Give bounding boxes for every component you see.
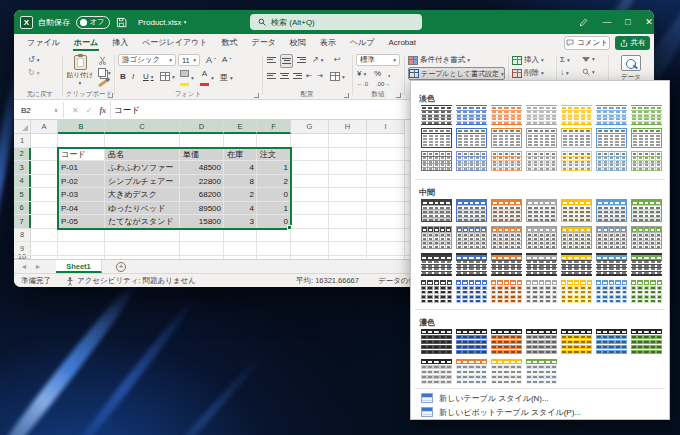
add-sheet-icon[interactable]: + [116,262,126,272]
column-header-H[interactable]: H [329,120,367,134]
cell-B7[interactable]: P-05 [58,215,105,229]
share-button[interactable]: 共有 [615,36,650,50]
table-style-thumbnail[interactable] [491,151,522,171]
prev-sheet-icon[interactable]: ◂ [22,260,26,274]
table-style-thumbnail[interactable] [421,128,452,148]
underline-button[interactable]: U▾ [143,72,154,81]
table-style-thumbnail[interactable] [456,151,487,171]
number-dialog-launcher[interactable] [396,93,401,98]
align-center-icon[interactable] [280,72,289,80]
row-header-3[interactable]: 3 [14,161,31,175]
table-style-thumbnail[interactable] [421,253,452,276]
tab-home[interactable]: ホーム [67,34,105,52]
table-style-thumbnail[interactable] [596,280,627,303]
cell-C4[interactable]: シンプルチェアー [105,175,180,189]
tab-data[interactable]: データ [244,34,282,52]
cell-D3[interactable]: 48500 [180,161,224,175]
cell-B6[interactable]: P-04 [58,202,105,216]
table-style-thumbnail[interactable] [456,105,487,125]
analyze-data-button[interactable]: データ [614,55,648,82]
table-style-thumbnail[interactable] [526,151,557,171]
formula-input[interactable]: コード [114,102,140,118]
tab-view[interactable]: 表示 [313,34,343,52]
table-style-thumbnail[interactable] [421,226,452,249]
font-dialog-launcher[interactable] [254,93,259,98]
column-header-C[interactable]: C [105,120,180,134]
copy-button[interactable]: ▾ [98,68,111,77]
table-style-thumbnail[interactable] [596,151,627,171]
align-right-icon[interactable] [293,72,302,80]
column-header-B[interactable]: B [58,120,105,134]
table-style-thumbnail[interactable] [456,359,487,384]
italic-button[interactable]: I [132,72,134,81]
fill-color-button[interactable]: ▾ [180,70,194,86]
cell-F4[interactable]: 2 [257,175,291,189]
maximize-button[interactable]: □ [619,10,637,34]
insert-function-icon[interactable]: fx [99,106,106,115]
cell-E2[interactable]: 在庫 [224,148,257,162]
save-icon[interactable] [116,10,127,34]
cell-C5[interactable]: 大きめデスク [105,188,180,202]
selection-fill-handle[interactable] [287,225,292,230]
table-style-thumbnail[interactable] [596,253,627,276]
font-size-select[interactable]: 11▾ [178,54,200,66]
table-style-thumbnail[interactable] [596,329,627,354]
cell-E6[interactable]: 4 [224,202,257,216]
table-style-thumbnail[interactable] [456,199,487,222]
redo-button[interactable]: ↻▾ [28,68,39,77]
cell-D4[interactable]: 22800 [180,175,224,189]
tab-acrobat[interactable]: Acrobat [381,34,423,52]
format-as-table-button[interactable]: テーブルとして書式設定▾ [408,67,505,80]
table-style-thumbnail[interactable] [596,128,627,148]
table-style-thumbnail[interactable] [526,199,557,222]
table-style-thumbnail[interactable] [631,128,662,148]
cell-B4[interactable]: P-02 [58,175,105,189]
format-painter-button[interactable] [98,82,107,85]
table-style-thumbnail[interactable] [561,253,592,276]
font-color-button[interactable]: A▾ [200,70,214,86]
table-style-thumbnail[interactable] [456,226,487,249]
table-style-thumbnail[interactable] [456,128,487,148]
undo-button[interactable]: ↺▾ [28,55,39,64]
table-style-thumbnail[interactable] [631,280,662,303]
select-all-corner[interactable] [14,120,31,134]
table-style-thumbnail[interactable] [631,151,662,171]
table-style-thumbnail[interactable] [421,105,452,125]
tab-file[interactable]: ファイル [20,34,67,52]
next-sheet-icon[interactable]: ▸ [36,260,40,274]
align-middle-icon[interactable] [280,54,293,68]
confirm-entry-icon[interactable]: ✓ [86,106,93,115]
tab-review[interactable]: 校閲 [283,34,313,52]
insert-cells-button[interactable]: 挿入▾ [512,55,544,65]
decrease-indent-icon[interactable]: ⇤ [306,72,312,80]
search-input[interactable]: 検索 (Alt+Q) [250,14,422,30]
table-style-thumbnail[interactable] [561,226,592,249]
align-left-icon[interactable] [267,72,276,80]
table-style-thumbnail[interactable] [491,329,522,354]
percent-button[interactable]: % [374,69,381,78]
cell-D2[interactable]: 単価 [180,148,224,162]
status-accessibility[interactable]: アクセシビリティ: 問題ありません [77,274,196,288]
cancel-entry-icon[interactable]: ✕ [72,106,79,115]
new-table-style-menu-item[interactable]: 新しいテーブル スタイル(N)... [411,391,669,405]
column-header-G[interactable]: G [291,120,329,134]
find-select-button[interactable]: ▾ [582,68,595,76]
alignment-dialog-launcher[interactable] [344,93,349,98]
table-style-thumbnail[interactable] [561,105,592,125]
table-style-thumbnail[interactable] [561,329,592,354]
autosum-button[interactable]: Σ▾ [560,55,570,64]
comma-style-button[interactable]: , [388,69,390,78]
cell-E7[interactable]: 3 [224,215,257,229]
table-style-thumbnail[interactable] [526,329,557,354]
row-header-4[interactable]: 4 [14,175,31,189]
cell-B2[interactable]: コード [58,148,105,162]
table-style-thumbnail[interactable] [526,253,557,276]
table-style-thumbnail[interactable] [491,128,522,148]
orientation-button[interactable]: ↗▾ [312,55,323,64]
table-style-thumbnail[interactable] [526,128,557,148]
sort-filter-button[interactable]: ▾ [582,56,595,62]
cell-F3[interactable]: 1 [257,161,291,175]
table-style-thumbnail[interactable] [631,329,662,354]
row-header-8[interactable]: 8 [14,229,31,243]
table-style-thumbnail[interactable] [631,199,662,222]
